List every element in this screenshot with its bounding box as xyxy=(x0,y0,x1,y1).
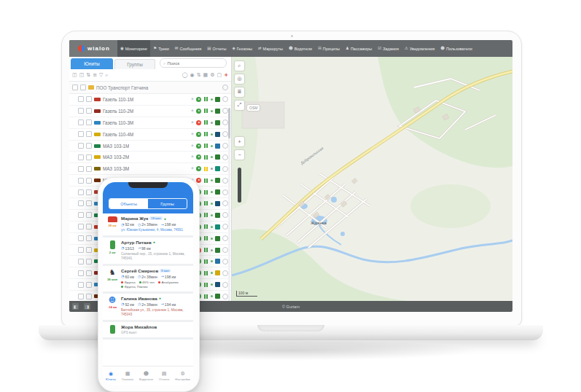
unit-checkbox[interactable] xyxy=(78,189,84,195)
phone-tabbar-item[interactable]: ⚙ Настройки xyxy=(175,372,190,381)
track-color-square[interactable] xyxy=(215,282,220,287)
unit-settings-icon[interactable] xyxy=(222,108,228,114)
search-input[interactable] xyxy=(167,61,223,66)
unit-name[interactable]: Газель 110-4М xyxy=(103,132,133,137)
unit-row[interactable]: МАЗ 103-2М ⌖ xyxy=(69,152,231,163)
map-tool-button[interactable]: ⤢ xyxy=(235,101,244,110)
unit-visibility-checkbox[interactable] xyxy=(86,96,92,102)
unit-visibility-checkbox[interactable] xyxy=(86,200,92,206)
toolbar-icon[interactable]: ⇅ xyxy=(86,73,90,78)
unit-checkbox[interactable] xyxy=(78,108,84,114)
map-tool-button[interactable]: ≣ xyxy=(235,87,244,97)
locate-unit-icon[interactable]: ⌖ xyxy=(191,132,194,137)
add-unit-icon[interactable]: + xyxy=(224,73,228,78)
top-menu-item[interactable]: ◉ Мониторинг xyxy=(117,40,150,57)
unit-visibility-checkbox[interactable] xyxy=(86,235,92,241)
map-tool-button[interactable]: ◎ xyxy=(235,74,244,84)
top-menu-item[interactable]: ☻ Пользователи xyxy=(437,40,475,57)
toolbar-icon[interactable]: ⌕ xyxy=(105,73,108,78)
unit-settings-icon[interactable] xyxy=(222,224,228,230)
phone-tab-objects[interactable]: Объекты xyxy=(109,199,148,208)
unit-checkbox[interactable] xyxy=(78,270,84,276)
unit-settings-icon[interactable] xyxy=(222,247,228,253)
track-color-square[interactable] xyxy=(215,294,220,299)
phone-tabbar-item[interactable]: ▤ Отчеты xyxy=(159,372,169,381)
track-color-square[interactable] xyxy=(215,224,220,230)
unit-row[interactable]: Газель 110-4М ⌖ xyxy=(69,129,231,141)
phone-tabbar-item[interactable]: ▦ Геозоны xyxy=(122,372,133,381)
unit-settings-icon[interactable] xyxy=(222,259,228,264)
unit-visibility-checkbox[interactable] xyxy=(86,119,92,125)
unit-name[interactable]: Газель 110-2М xyxy=(103,109,133,114)
zoom-out-button[interactable]: − xyxy=(235,150,244,160)
unit-search-box[interactable]: ⌕ xyxy=(160,58,227,68)
panel-toggle-icon[interactable]: ◧ xyxy=(72,303,79,310)
unit-settings-icon[interactable] xyxy=(222,131,228,137)
toolbar-icon[interactable]: ▽ xyxy=(99,73,103,78)
top-menu-item[interactable]: ⚠ Уведомления xyxy=(402,40,437,57)
unit-settings-icon[interactable] xyxy=(222,270,228,276)
toolbar-icon[interactable]: ⇅ xyxy=(197,73,201,78)
unit-checkbox[interactable] xyxy=(78,282,84,288)
phone-unit-card[interactable]: ☻ -14 км Галина Иванова ● xyxy=(103,294,193,322)
unit-checkbox[interactable] xyxy=(78,235,84,241)
locate-unit-icon[interactable]: ⌖ xyxy=(191,109,194,114)
track-color-square[interactable] xyxy=(215,120,220,125)
track-color-square[interactable] xyxy=(215,201,220,206)
toolbar-icon[interactable]: ◉ xyxy=(190,73,195,78)
group-settings-icon[interactable] xyxy=(222,85,228,90)
unit-checkbox[interactable] xyxy=(78,131,84,137)
sidebar-scrollbar-thumb[interactable] xyxy=(228,108,230,138)
map-tool-button[interactable]: ⌕ xyxy=(235,61,244,71)
track-color-square[interactable] xyxy=(215,166,220,171)
unit-checkbox[interactable] xyxy=(78,178,84,184)
panel-toggle-icon[interactable]: ◨ xyxy=(84,303,90,310)
track-color-square[interactable] xyxy=(215,132,220,137)
unit-visibility-checkbox[interactable] xyxy=(86,212,92,218)
unit-checkbox[interactable] xyxy=(78,247,84,253)
group-checkbox[interactable] xyxy=(72,85,78,90)
track-color-square[interactable] xyxy=(215,236,220,241)
track-color-square[interactable] xyxy=(215,154,220,160)
phone-tab-groups[interactable]: Группы xyxy=(148,199,187,208)
phone-unit-card[interactable]: Жора Михайлов GPS выкл xyxy=(103,322,193,340)
unit-row[interactable]: МАЗ 103-1М ⌖ xyxy=(69,141,231,152)
track-color-square[interactable] xyxy=(215,109,220,114)
unit-settings-icon[interactable] xyxy=(222,294,228,299)
track-color-square[interactable] xyxy=(215,189,220,195)
unit-group-row[interactable]: ПОО Транспорт Гатчина xyxy=(69,82,231,94)
unit-settings-icon[interactable] xyxy=(222,119,228,125)
unit-checkbox[interactable] xyxy=(78,200,84,206)
locate-unit-icon[interactable]: ⌖ xyxy=(191,97,194,102)
unit-name[interactable]: Газель 110-3М xyxy=(103,120,133,125)
map-canvas[interactable]: Добровольская Жданка ⌕◎≣⤢ OSM + − 100 м xyxy=(232,57,512,301)
unit-checkbox[interactable] xyxy=(78,143,84,149)
toolbar-icon[interactable]: ▦ xyxy=(203,73,208,78)
unit-visibility-checkbox[interactable] xyxy=(86,270,92,276)
unit-visibility-checkbox[interactable] xyxy=(86,294,92,299)
unit-settings-icon[interactable] xyxy=(222,166,228,172)
unit-checkbox[interactable] xyxy=(78,294,84,299)
top-menu-item[interactable]: ⊟ Прицепы xyxy=(315,40,343,57)
unit-checkbox[interactable] xyxy=(78,259,84,264)
unit-visibility-checkbox[interactable] xyxy=(86,143,92,149)
top-menu-item[interactable]: ✉ Сообщения xyxy=(172,40,204,57)
locate-unit-icon[interactable]: ⌖ xyxy=(191,144,194,149)
unit-row[interactable]: Газель 110-1М ⌖ xyxy=(69,94,231,106)
unit-checkbox[interactable] xyxy=(78,224,84,230)
unit-row[interactable]: МАЗ 103-3М ⌖ xyxy=(69,163,231,175)
phone-tabbar-item[interactable]: ☻ Водители xyxy=(139,372,153,381)
unit-settings-icon[interactable] xyxy=(222,212,228,218)
unit-visibility-checkbox[interactable] xyxy=(86,108,92,114)
unit-visibility-checkbox[interactable] xyxy=(86,131,92,137)
unit-checkbox[interactable] xyxy=(78,119,84,125)
unit-visibility-checkbox[interactable] xyxy=(86,259,92,264)
tab-groups[interactable]: Группы xyxy=(114,59,155,69)
track-color-square[interactable] xyxy=(215,97,220,102)
unit-checkbox[interactable] xyxy=(78,96,84,102)
top-menu-item[interactable]: ◈ Геозоны xyxy=(230,40,255,57)
top-menu-item[interactable]: ☻ Водители xyxy=(286,40,315,57)
toolbar-icon[interactable]: ≡ xyxy=(93,73,97,78)
phone-unit-card[interactable]: 2 км Артур Петаев ● ◔ xyxy=(103,238,193,266)
unit-checkbox[interactable] xyxy=(78,154,84,160)
